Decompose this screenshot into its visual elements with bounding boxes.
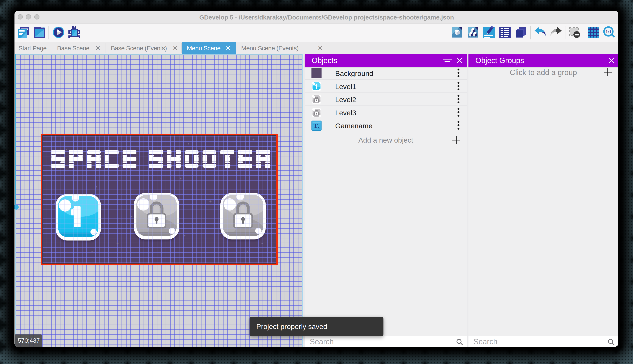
svg-text:T: T — [313, 122, 318, 129]
svg-text:x: x — [318, 126, 320, 129]
svg-text:1:1: 1:1 — [605, 30, 611, 34]
